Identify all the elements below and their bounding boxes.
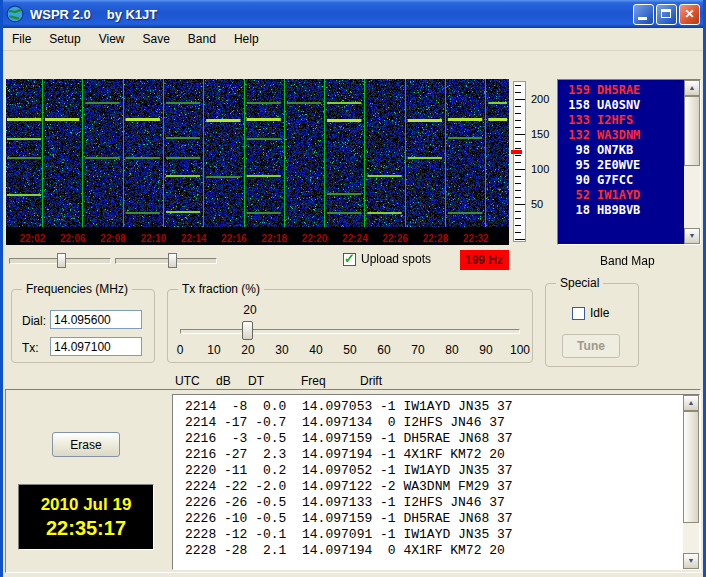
menu-view[interactable]: View [90, 29, 134, 49]
scrollbar-thumb[interactable] [684, 96, 700, 166]
titlebar: WSPR 2.0 by K1JT ✕ [0, 0, 706, 28]
tx-fraction-tick: 20 [241, 343, 254, 357]
scale-tick [515, 239, 525, 240]
scroll-up-icon[interactable]: ▲ [684, 80, 700, 96]
erase-button[interactable]: Erase [52, 432, 120, 457]
scale-tick [515, 197, 521, 198]
scale-number: 200 [531, 93, 549, 105]
audio-level-slider-2[interactable] [115, 253, 217, 268]
maximize-button[interactable] [656, 4, 677, 25]
window-subtitle: by K1JT [107, 7, 158, 22]
band-map-callsign: UA0SNV [597, 98, 640, 112]
band-map-entry: 18HB9BVB [563, 203, 684, 218]
tx-fraction-tick: 100 [510, 343, 530, 357]
minimize-button[interactable] [633, 4, 654, 25]
band-map-panel: 159DH5RAE158UA0SNV133I2HFS132WA3DNM98ON7… [557, 79, 701, 245]
band-map-callsign: ON7KB [597, 143, 633, 157]
rx-audio-freq-indicator: 199 Hz [460, 250, 509, 270]
waterfall-time-label: 22:02 [20, 233, 46, 244]
scale-tick [515, 169, 525, 170]
close-icon: ✕ [680, 5, 699, 24]
band-map-callsign: G7FCC [597, 173, 633, 187]
menu-save[interactable]: Save [134, 29, 179, 49]
waterfall-time-label: 22:26 [383, 233, 409, 244]
scale-tick [515, 155, 521, 156]
slider-thumb[interactable] [57, 253, 66, 268]
band-map-scrollbar[interactable]: ▲ ▼ [684, 80, 700, 244]
menu-help[interactable]: Help [225, 29, 268, 49]
band-map-entry: 133I2HFS [563, 113, 684, 128]
band-map-list: 159DH5RAE158UA0SNV133I2HFS132WA3DNM98ON7… [558, 80, 684, 244]
slider-thumb[interactable] [242, 321, 253, 340]
tune-button[interactable]: Tune [562, 334, 620, 358]
band-map-offset: 90 [563, 173, 590, 188]
band-map-offset: 98 [563, 143, 590, 158]
tx-fraction-tick: 60 [377, 343, 390, 357]
column-header-utc: UTC [175, 374, 200, 388]
scroll-up-icon[interactable]: ▲ [683, 395, 699, 411]
scale-tick [515, 218, 521, 219]
scale-tick [515, 225, 521, 226]
band-map-entry: 90G7FCC [563, 173, 684, 188]
special-group: Special Idle Tune [545, 283, 639, 367]
menu-band[interactable]: Band [179, 29, 225, 49]
tx-frequency-input[interactable] [50, 337, 142, 356]
tx-fraction-tick: 80 [445, 343, 458, 357]
band-map-offset: 18 [563, 203, 590, 218]
waterfall-time-label: 22:20 [302, 233, 328, 244]
scale-tick [515, 232, 521, 233]
band-map-offset: 158 [563, 98, 590, 113]
scale-tick [515, 134, 525, 135]
tx-fraction-tick: 90 [479, 343, 492, 357]
scale-number: 100 [531, 163, 549, 175]
band-map-callsign: HB9BVB [597, 203, 640, 217]
frequencies-group-title: Frequencies (MHz) [22, 282, 132, 296]
close-button[interactable]: ✕ [679, 4, 700, 25]
audio-level-slider-1[interactable] [9, 253, 111, 268]
menu-setup[interactable]: Setup [40, 29, 89, 49]
band-map-offset: 52 [563, 188, 590, 203]
slider-groove [180, 329, 520, 334]
app-icon [6, 5, 24, 23]
tx-fraction-value: 20 [243, 303, 256, 317]
upload-spots-checkbox[interactable]: ✓ Upload spots [343, 252, 431, 266]
scroll-down-icon[interactable]: ▼ [684, 228, 700, 244]
idle-label: Idle [590, 306, 609, 320]
clock-time: 22:35:17 [46, 517, 126, 540]
column-header-db: dB [216, 374, 231, 388]
scale-tick [515, 120, 521, 121]
tx-fraction-tick-labels: 0102030405060708090100 [180, 343, 520, 357]
waterfall-time-label: 22:24 [342, 233, 368, 244]
slider-groove [115, 258, 217, 264]
clock-date: 2010 Jul 19 [41, 495, 132, 515]
special-group-title: Special [556, 276, 603, 290]
waterfall-time-labels: 22:0222:0622:0822:1022:1422:1622:1822:20… [6, 231, 509, 245]
scale-tick [515, 99, 525, 100]
scroll-down-icon[interactable]: ▼ [683, 553, 699, 569]
rx-frequency-marker [511, 150, 522, 154]
menu-file[interactable]: File [3, 29, 40, 49]
tx-fraction-slider[interactable] [180, 321, 520, 341]
tx-fraction-tick: 30 [275, 343, 288, 357]
dial-frequency-input[interactable] [50, 310, 142, 329]
upload-spots-label: Upload spots [361, 252, 431, 266]
spots-column-headers: UTCdBDTFreqDrift [3, 374, 703, 388]
scale-tick [515, 141, 521, 142]
band-map-offset: 132 [563, 128, 590, 143]
idle-checkbox[interactable]: Idle [572, 306, 609, 320]
band-map-entry: 159DH5RAE [563, 83, 684, 98]
spots-area[interactable]: 2214 -8 0.0 14.097053 -1 IW1AYD JN35 37 … [172, 394, 700, 570]
slider-thumb[interactable] [168, 253, 177, 268]
scale-tick [515, 92, 521, 93]
scale-tick [515, 85, 521, 86]
scale-tick [515, 127, 521, 128]
scrollbar-thumb[interactable] [683, 411, 699, 523]
spots-scrollbar[interactable]: ▲ ▼ [683, 395, 699, 569]
waterfall-time-label: 22:08 [101, 233, 127, 244]
column-header-dt: DT [248, 374, 264, 388]
scale-tick [515, 148, 521, 149]
tx-fraction-tick: 10 [207, 343, 220, 357]
scale-number: 150 [531, 128, 549, 140]
main-panel: Erase 2010 Jul 19 22:35:17 2214 -8 0.0 1… [5, 389, 701, 573]
band-map-callsign: 2E0WVE [597, 158, 640, 172]
